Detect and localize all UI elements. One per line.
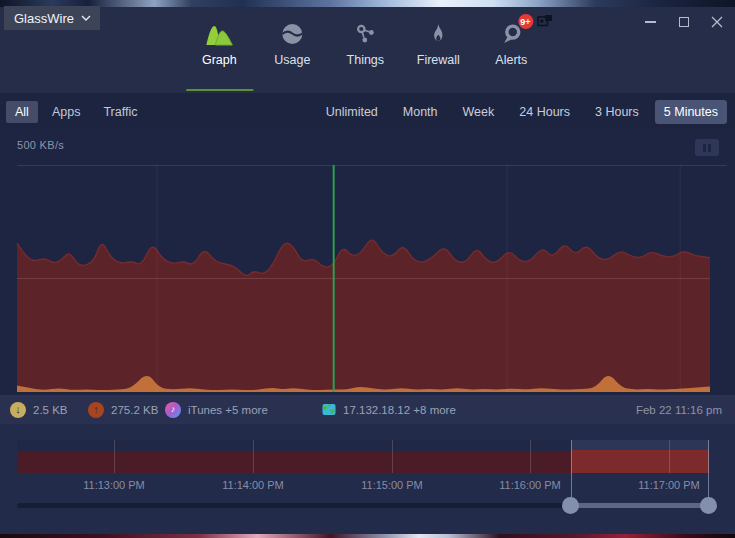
mini-viewer-icon[interactable] [536, 13, 554, 29]
glasswire-window: GlassWire Graph [0, 0, 735, 538]
alerts-badge: 9+ [518, 14, 533, 29]
alerts-icon: 9+ [500, 20, 523, 48]
app-menu-button[interactable]: GlassWire [4, 6, 100, 30]
main-nav: Graph Usage [183, 7, 548, 93]
timeline-tick-label: 11:14:00 PM [213, 479, 293, 491]
tab-graph[interactable]: Graph [183, 7, 256, 93]
active-tab-underline [186, 89, 253, 91]
timeline-tick [392, 440, 393, 473]
range-5-minutes[interactable]: 5 Minutes [655, 100, 727, 124]
graph-icon [205, 20, 233, 48]
tab-graph-label: Graph [202, 53, 237, 67]
selection-right-edge [708, 440, 709, 497]
firewall-icon [427, 20, 449, 48]
scope-filters: All Apps Traffic [6, 93, 151, 130]
chevron-down-icon [81, 15, 91, 21]
close-button[interactable] [700, 7, 733, 37]
status-bar: ↓ 2.5 KB ↑ 275.2 KB ♪ iTunes +5 more 17.… [0, 395, 735, 424]
range-24-hours[interactable]: 24 Hours [510, 100, 579, 124]
slider-handle-right[interactable] [700, 497, 717, 514]
itunes-app-icon: ♪ [165, 402, 181, 418]
maximize-icon [679, 17, 689, 27]
filter-bar: All Apps Traffic Unlimited Month Week 24… [0, 93, 735, 130]
range-unlimited[interactable]: Unlimited [317, 100, 387, 124]
minimap-traffic-selected [571, 450, 709, 473]
hosts-summary[interactable]: 17.132.18.12 +8 more [322, 395, 456, 424]
tab-usage-label: Usage [274, 53, 310, 67]
timeline-tick [253, 440, 254, 473]
usage-icon [280, 20, 304, 48]
app-menu-label: GlassWire [14, 11, 74, 26]
status-timestamp: Feb 22 11:16 pm [636, 395, 722, 424]
title-bar: GlassWire Graph [0, 7, 735, 93]
window-controls [634, 7, 733, 37]
range-week[interactable]: Week [454, 100, 504, 124]
timeline-tick [669, 440, 670, 473]
minimap-traffic-dim [17, 452, 571, 473]
timeline-tick-label: 11:17:00 PM [629, 479, 709, 491]
minimize-icon [645, 21, 656, 23]
timeline-tick-label: 11:16:00 PM [490, 479, 570, 491]
timeline-tick [114, 440, 115, 473]
download-total: ↓ 2.5 KB [10, 395, 68, 424]
minimize-button[interactable] [634, 7, 667, 37]
timeline-tick-label: 11:15:00 PM [352, 479, 432, 491]
download-total-value: 2.5 KB [33, 404, 68, 416]
hosts-summary-text: 17.132.18.12 +8 more [343, 404, 456, 416]
tab-things-label: Things [347, 53, 385, 67]
upload-total: ↑ 275.2 KB [88, 395, 158, 424]
wallpaper-strip-top [0, 0, 735, 7]
graph-area: 500 KB/s [0, 130, 735, 395]
time-range-filters: Unlimited Month Week 24 Hours 3 Hours 5 … [310, 93, 727, 130]
slider-handle-left[interactable] [562, 497, 579, 514]
maximize-button[interactable] [667, 7, 700, 37]
download-arrow-icon: ↓ [10, 402, 26, 418]
globe-icon [322, 403, 336, 416]
tab-usage[interactable]: Usage [256, 7, 329, 93]
scope-apps[interactable]: Apps [43, 101, 90, 123]
close-icon [711, 16, 723, 28]
range-month[interactable]: Month [394, 100, 447, 124]
tab-firewall-label: Firewall [417, 53, 460, 67]
tab-firewall[interactable]: Firewall [402, 7, 475, 93]
wallpaper-strip-bottom [0, 534, 735, 538]
upload-arrow-icon: ↑ [88, 402, 104, 418]
scope-traffic[interactable]: Traffic [94, 101, 146, 123]
timeline-tick [530, 440, 531, 473]
range-3-hours[interactable]: 3 Hours [586, 100, 648, 124]
apps-summary[interactable]: ♪ iTunes +5 more [165, 395, 268, 424]
things-icon [353, 20, 377, 48]
timeline-minimap: 11:13:00 PM 11:14:00 PM 11:15:00 PM 11:1… [0, 424, 735, 534]
scope-all[interactable]: All [6, 101, 38, 123]
timeline-tick-label: 11:13:00 PM [74, 479, 154, 491]
tab-alerts-label: Alerts [495, 53, 527, 67]
timeline-slider-selected-range[interactable] [571, 503, 709, 508]
traffic-graph[interactable] [0, 130, 735, 395]
upload-total-value: 275.2 KB [111, 404, 158, 416]
selection-left-edge [571, 440, 572, 497]
tab-things[interactable]: Things [329, 7, 402, 93]
apps-summary-text: iTunes +5 more [188, 404, 268, 416]
